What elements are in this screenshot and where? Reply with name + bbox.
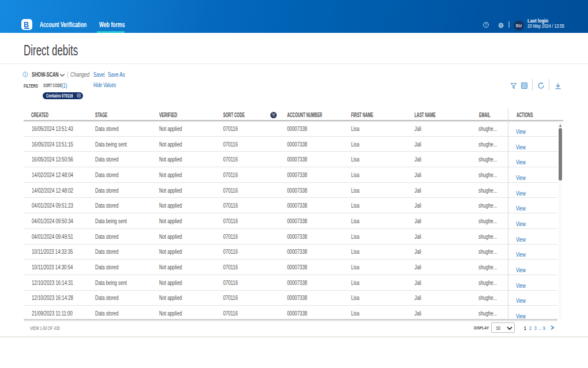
svg-text:?: ? bbox=[485, 22, 487, 27]
